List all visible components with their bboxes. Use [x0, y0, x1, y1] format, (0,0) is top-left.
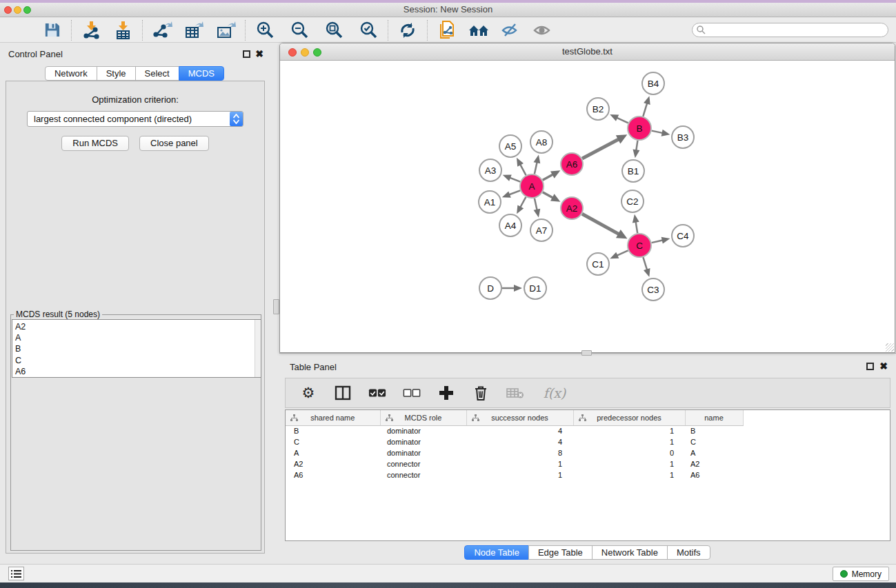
graph-edge-A6-B[interactable] [582, 139, 619, 159]
refresh-layout-button[interactable] [396, 20, 419, 41]
search-input[interactable] [692, 23, 888, 37]
resize-grip-icon[interactable] [886, 343, 894, 352]
network-zoom-button[interactable] [313, 48, 321, 57]
zoom-out-button[interactable] [288, 20, 311, 41]
tab-network[interactable]: Network [45, 66, 97, 81]
table-cell[interactable]: C [685, 436, 743, 447]
show-all-button[interactable] [530, 20, 554, 41]
table-cell[interactable]: dominator [380, 436, 466, 447]
tab-edge-table[interactable]: Edge Table [528, 545, 593, 560]
table-cell[interactable]: A6 [286, 469, 380, 480]
deselect-all-columns-icon[interactable] [403, 384, 421, 402]
task-history-button[interactable] [8, 567, 24, 580]
import-table-button[interactable] [111, 20, 135, 41]
table-cell[interactable]: connector [380, 469, 466, 480]
table-row[interactable]: Cdominator41C [286, 436, 890, 447]
zoom-window-button[interactable] [23, 6, 31, 14]
mcds-result-list[interactable]: A2ABCA6 [12, 319, 261, 378]
result-list-item[interactable]: A2 [15, 321, 261, 332]
graph-edge-A-A8[interactable] [535, 161, 537, 174]
table-row[interactable]: Adominator80A [286, 447, 890, 458]
network-window-titlebar[interactable]: testGlobe.txt [280, 43, 895, 61]
delete-table-icon[interactable] [506, 384, 524, 402]
table-close-panel-icon[interactable]: ✖ [879, 361, 888, 372]
graph-edge-B-B4[interactable] [643, 103, 647, 116]
tab-mcds[interactable]: MCDS [179, 66, 224, 81]
table-cell[interactable]: 4 [466, 425, 573, 436]
graph-edge-B-B2[interactable] [616, 117, 628, 123]
graph-edge-C-C4[interactable] [652, 240, 664, 243]
table-cell[interactable]: A6 [685, 469, 743, 480]
graph-edge-C-C1[interactable] [616, 250, 628, 256]
run-mcds-button[interactable]: Run MCDS [61, 136, 129, 151]
tab-node-table[interactable]: Node Table [464, 545, 529, 560]
graph-edge-A-A4[interactable] [520, 197, 526, 208]
close-window-button[interactable] [4, 6, 12, 14]
zoom-in-button[interactable] [253, 20, 277, 41]
network-minimize-button[interactable] [301, 48, 309, 57]
table-cell[interactable]: A [685, 447, 743, 458]
column-header-successor-nodes[interactable]: successor nodes [466, 410, 573, 425]
column-header-MCDS-role[interactable]: MCDS role [380, 410, 466, 425]
tab-select[interactable]: Select [135, 66, 179, 81]
minimize-window-button[interactable] [14, 6, 21, 14]
select-all-columns-icon[interactable] [368, 384, 386, 402]
table-row[interactable]: A2connector11A2 [286, 458, 890, 469]
table-cell[interactable]: 4 [466, 436, 573, 447]
zoom-selected-button[interactable] [357, 20, 380, 41]
table-cell[interactable]: 1 [573, 458, 685, 469]
table-cell[interactable]: 1 [466, 469, 573, 480]
import-network-button[interactable] [79, 20, 103, 41]
tab-style[interactable]: Style [97, 66, 136, 81]
table-cell[interactable]: A [286, 447, 380, 458]
graph-edge-B-B1[interactable] [636, 141, 637, 151]
table-cell[interactable]: 1 [466, 458, 573, 469]
graph-edge-A-A7[interactable] [535, 199, 537, 211]
open-session-button[interactable] [8, 20, 32, 41]
criterion-select[interactable]: largest connected component (directed) [27, 111, 243, 127]
result-list-item[interactable]: C [15, 355, 261, 366]
memory-button[interactable]: Memory [833, 567, 889, 581]
graph-edge-A-A3[interactable] [509, 177, 520, 181]
export-image-button[interactable] [214, 20, 237, 41]
table-row[interactable]: Bdominator41B [286, 425, 890, 436]
graph-edge-A-A2[interactable] [543, 192, 554, 199]
table-cell[interactable]: B [685, 425, 743, 436]
tab-network-table[interactable]: Network Table [592, 545, 668, 560]
table-cell[interactable]: 1 [573, 425, 685, 436]
table-cell[interactable]: B [286, 425, 380, 436]
graph-edge-C-C3[interactable] [643, 257, 647, 270]
delete-columns-icon[interactable] [472, 384, 490, 402]
graph-edge-A-A6[interactable] [543, 174, 554, 181]
add-column-icon[interactable] [437, 384, 455, 402]
network-close-button[interactable] [288, 48, 297, 57]
graph-edge-A2-C[interactable] [582, 214, 619, 234]
float-panel-icon[interactable] [243, 50, 250, 58]
network-graph[interactable]: AA2A6BCA1A3A4A5A7A8B1B2B3B4C1C2C3C4DD1 [280, 61, 895, 352]
table-cell[interactable]: A2 [286, 458, 380, 469]
table-row[interactable]: A6connector11A6 [286, 469, 890, 480]
column-header-name[interactable]: name [685, 410, 743, 425]
table-cell[interactable]: dominator [380, 425, 466, 436]
function-builder-icon[interactable]: f(x) [541, 384, 568, 402]
export-table-button[interactable] [182, 20, 206, 41]
table-cell[interactable]: 1 [573, 469, 685, 480]
table-cell[interactable]: connector [380, 458, 466, 469]
clone-network-button[interactable] [435, 20, 459, 41]
table-settings-icon[interactable]: ⚙ [299, 384, 317, 402]
graph-edge-A-A5[interactable] [520, 164, 526, 176]
table-cell[interactable]: 0 [573, 447, 685, 458]
table-cell[interactable]: 8 [466, 447, 573, 458]
column-header-shared-name[interactable]: shared name [286, 410, 380, 425]
graph-edge-C-C2[interactable] [635, 221, 637, 234]
save-session-button[interactable] [40, 20, 63, 41]
split-panel-icon[interactable] [334, 384, 352, 402]
result-list-item[interactable]: B [15, 343, 261, 354]
column-header-predecessor-nodes[interactable]: predecessor nodes [573, 410, 685, 425]
table-cell[interactable]: C [286, 436, 380, 447]
table-float-panel-icon[interactable] [866, 363, 874, 370]
table-cell[interactable]: dominator [380, 447, 466, 458]
network-canvas[interactable]: AA2A6BCA1A3A4A5A7A8B1B2B3B4C1C2C3C4DD1 [280, 61, 895, 352]
export-network-button[interactable] [150, 20, 174, 41]
result-list-item[interactable]: A [15, 332, 261, 343]
